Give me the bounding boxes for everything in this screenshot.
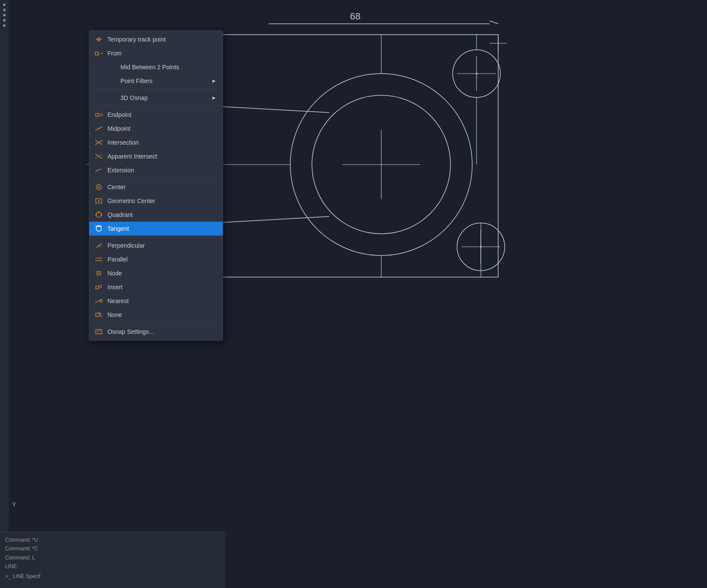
svg-point-32 <box>102 53 103 54</box>
menu-item-nearest[interactable]: Nearest <box>89 294 223 308</box>
menu-item-label: None <box>107 311 217 318</box>
menu-item-perpendicular[interactable]: Perpendicular <box>89 239 223 252</box>
svg-line-41 <box>95 169 100 171</box>
svg-point-45 <box>98 187 99 187</box>
perpendicular-icon <box>94 241 103 250</box>
prompt-symbol: >_ <box>5 573 11 579</box>
menu-item-label: Parallel <box>107 256 217 263</box>
toolbar-item[interactable] <box>3 19 6 22</box>
svg-rect-33 <box>96 113 99 116</box>
toolbar-item[interactable] <box>3 3 6 6</box>
toolbar-item[interactable] <box>3 9 6 11</box>
menu-item-label: Osnap Settings... <box>107 328 217 335</box>
menu-item-temporary-track-point[interactable]: Temporary track point <box>89 32 223 46</box>
svg-point-71 <box>100 314 101 315</box>
svg-rect-72 <box>96 330 102 334</box>
menu-item-label: Point Filters <box>107 78 207 84</box>
command-area: Command: *U Command: *C Command: L LINE … <box>0 532 225 588</box>
svg-point-11 <box>476 73 477 74</box>
menu-item-label: Mid Between 2 Points <box>107 64 217 71</box>
menu-item-none[interactable]: None <box>89 308 223 322</box>
insert-icon <box>94 283 103 291</box>
submenu-arrow-icon: ► <box>211 95 217 101</box>
extension-icon <box>94 166 103 174</box>
menu-item-insert[interactable]: Insert <box>89 280 223 294</box>
menu-item-point-filters[interactable]: Point Filters ► <box>89 74 223 88</box>
menu-item-extension[interactable]: Extension <box>89 163 223 177</box>
menu-item-node[interactable]: Node <box>89 266 223 280</box>
svg-line-58 <box>100 245 102 246</box>
menu-item-parallel[interactable]: Parallel <box>89 252 223 266</box>
svg-line-42 <box>100 169 102 169</box>
point-filters-icon <box>94 77 103 85</box>
menu-item-label: From <box>107 50 217 57</box>
menu-item-label: Center <box>107 184 217 191</box>
nearest-icon <box>94 297 103 305</box>
toolbar-item[interactable] <box>3 24 6 27</box>
menu-item-label: Geometric Center <box>107 197 217 204</box>
menu-item-label: Perpendicular <box>107 242 217 249</box>
command-input-row[interactable]: >_ LINE Specif <box>5 572 220 581</box>
y-axis-label: Y <box>12 501 16 508</box>
menu-item-label: Quadrant <box>107 211 217 218</box>
3d-osnap-icon <box>94 94 103 102</box>
menu-separator <box>89 89 223 90</box>
menu-item-quadrant[interactable]: Quadrant <box>89 208 223 222</box>
apparent-intersect-icon <box>94 152 103 161</box>
menu-item-intersection[interactable]: Intersection <box>89 136 223 149</box>
menu-separator <box>89 106 223 107</box>
menu-separator <box>89 178 223 179</box>
intersection-icon <box>94 138 103 147</box>
command-line-4: LINE <box>5 562 220 571</box>
svg-point-34 <box>101 114 103 116</box>
from-icon <box>94 49 103 58</box>
menu-item-tangent[interactable]: Tangent <box>89 222 223 236</box>
command-line-2: Command: *C <box>5 544 220 553</box>
center-icon <box>94 183 103 191</box>
svg-rect-63 <box>96 286 99 289</box>
svg-rect-69 <box>96 313 99 317</box>
menu-item-label: Midpoint <box>107 125 217 132</box>
svg-point-48 <box>98 200 99 201</box>
endpoint-icon <box>94 110 103 119</box>
menu-separator <box>89 237 223 237</box>
menu-item-label: Nearest <box>107 297 217 304</box>
menu-item-center[interactable]: Center <box>89 180 223 194</box>
node-icon <box>94 269 103 278</box>
menu-item-endpoint[interactable]: Endpoint <box>89 108 223 122</box>
left-toolbar <box>0 0 9 588</box>
command-input-text: LINE Specif <box>13 572 40 581</box>
menu-item-from[interactable]: From <box>89 46 223 60</box>
parallel-icon <box>94 255 103 264</box>
quadrant-icon <box>94 210 103 219</box>
menu-item-geometric-center[interactable]: Geometric Center <box>89 194 223 208</box>
menu-item-mid-between-2-points[interactable]: Mid Between 2 Points <box>89 60 223 74</box>
context-menu: Temporary track point From Mid Between 2… <box>89 30 223 341</box>
menu-item-midpoint[interactable]: Midpoint <box>89 122 223 136</box>
menu-item-label: Insert <box>107 284 217 291</box>
menu-item-osnap-settings[interactable]: Osnap Settings... <box>89 325 223 339</box>
menu-item-label: Temporary track point <box>107 36 217 43</box>
command-line-3: Command: L <box>5 553 220 562</box>
svg-line-1 <box>490 21 498 24</box>
osnap-settings-icon <box>94 327 103 336</box>
svg-point-62 <box>98 273 100 274</box>
submenu-arrow-icon: ► <box>211 78 217 84</box>
command-line-1: Command: *U <box>5 536 220 544</box>
midpoint-icon <box>94 124 103 133</box>
toolbar-item[interactable] <box>3 14 6 16</box>
menu-item-apparent-intersect[interactable]: Apparent Intersect <box>89 149 223 163</box>
menu-item-label: Node <box>107 270 217 277</box>
menu-item-label: Extension <box>107 167 217 174</box>
mid-between-icon <box>94 63 103 71</box>
menu-item-3d-osnap[interactable]: 3D Osnap ► <box>89 91 223 105</box>
menu-item-label: Tangent <box>107 225 217 232</box>
menu-item-label: Apparent Intersect <box>107 153 217 160</box>
none-icon <box>94 310 103 319</box>
menu-item-label: Endpoint <box>107 111 217 118</box>
menu-item-label: 3D Osnap <box>107 94 207 101</box>
tangent-icon <box>94 224 103 233</box>
geometric-center-icon <box>94 197 103 205</box>
svg-rect-30 <box>95 52 98 55</box>
svg-text:68: 68 <box>350 11 360 22</box>
